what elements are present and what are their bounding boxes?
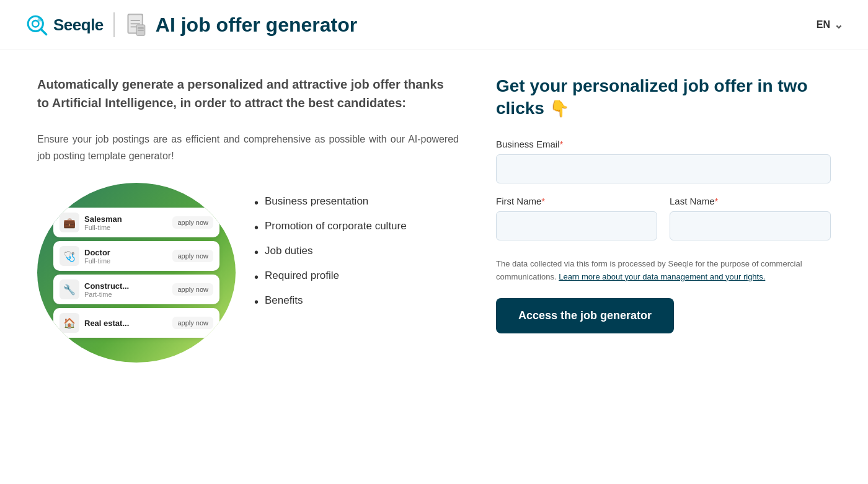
email-form-group: Business Email*: [496, 139, 831, 183]
language-selector[interactable]: EN ⌄: [817, 18, 843, 32]
job-type-doctor: Full-time: [84, 257, 110, 265]
first-name-form-group: First Name*: [496, 196, 657, 240]
construct-icon: 🔧: [60, 279, 79, 299]
feature-label-1: Business presentation: [265, 195, 368, 208]
svg-point-1: [32, 20, 38, 27]
apply-btn-construct[interactable]: apply now: [172, 283, 213, 296]
lang-text: EN: [817, 19, 830, 30]
feature-item-3: Job duties: [254, 245, 407, 260]
heading-line2: clicks: [496, 99, 544, 118]
heading-emoji: 👇: [549, 99, 569, 118]
document-icon: [125, 13, 148, 37]
last-name-input[interactable]: [670, 211, 831, 240]
chevron-down-icon: ⌄: [834, 18, 843, 32]
feature-label-3: Job duties: [265, 245, 313, 257]
salesman-icon: 💼: [60, 213, 79, 232]
hero-text: Automatically generate a personalized an…: [37, 75, 459, 112]
left-column: Automatically generate a personalized an…: [37, 75, 459, 434]
privacy-link[interactable]: Learn more about your data management an…: [559, 272, 765, 281]
svg-line-2: [41, 29, 46, 35]
job-type-construct: Part-time: [84, 291, 129, 298]
job-card-doctor: 🩺 Doctor Full-time apply now: [53, 241, 219, 271]
job-card-realestate: 🏠 Real estat... apply now: [53, 308, 219, 338]
submit-button[interactable]: Access the job generator: [496, 298, 674, 333]
doctor-icon: 🩺: [60, 246, 79, 266]
job-title-salesman: Salesman: [84, 214, 122, 224]
first-name-label: First Name*: [496, 196, 657, 206]
feature-label-2: Promotion of corporate culture: [265, 220, 407, 232]
job-title-construct: Construct...: [84, 281, 129, 291]
first-name-input[interactable]: [496, 211, 657, 240]
feature-item-2: Promotion of corporate culture: [254, 220, 407, 235]
last-name-required-marker: *: [715, 196, 719, 206]
features-list: Business presentation Promotion of corpo…: [254, 195, 407, 319]
last-name-form-group: Last Name*: [670, 196, 831, 240]
job-title-realestate: Real estat...: [84, 319, 129, 328]
header-divider: [113, 12, 115, 37]
apply-btn-salesman[interactable]: apply now: [172, 216, 213, 229]
name-row: First Name* Last Name*: [496, 196, 831, 253]
email-required-marker: *: [560, 139, 564, 149]
logo-text: Seeqle: [53, 15, 104, 35]
apply-btn-realestate[interactable]: apply now: [172, 317, 213, 329]
job-card-salesman: 💼 Salesman Full-time apply now: [53, 208, 219, 237]
sub-text: Ensure your job postings are as efficien…: [37, 131, 459, 164]
illustration-area: 💼 Salesman Full-time apply now 🩺: [37, 183, 459, 363]
form-heading: Get your personalized job offer in two c…: [496, 75, 831, 120]
job-type-salesman: Full-time: [84, 224, 122, 231]
job-card-construct: 🔧 Construct... Part-time apply now: [53, 275, 219, 304]
email-input[interactable]: [496, 154, 831, 183]
logo-area: Seeqle: [25, 13, 104, 37]
job-title-doctor: Doctor: [84, 248, 110, 257]
job-cards-inner: 💼 Salesman Full-time apply now 🩺: [47, 201, 226, 344]
heading-line1: Get your personalized job offer in two: [496, 76, 807, 95]
svg-point-3: [38, 17, 42, 22]
last-name-label: Last Name*: [670, 196, 831, 206]
main-content: Automatically generate a personalized an…: [0, 50, 868, 459]
feature-item-4: Required profile: [254, 270, 407, 284]
first-name-required-marker: *: [541, 196, 545, 206]
job-cards-illustration: 💼 Salesman Full-time apply now 🩺: [37, 183, 236, 363]
privacy-text: The data collected via this form is proc…: [496, 258, 831, 284]
apply-btn-doctor[interactable]: apply now: [172, 250, 213, 262]
feature-item-1: Business presentation: [254, 195, 407, 210]
page-title: AI job offer generator: [156, 14, 357, 37]
header: Seeqle AI job offer generator EN ⌄: [0, 0, 868, 50]
email-label: Business Email*: [496, 139, 831, 149]
realestate-icon: 🏠: [60, 313, 79, 333]
right-column: Get your personalized job offer in two c…: [496, 75, 831, 434]
seeqle-logo-icon: [25, 13, 48, 37]
feature-label-5: Benefits: [265, 294, 303, 307]
feature-item-5: Benefits: [254, 294, 407, 309]
feature-label-4: Required profile: [265, 270, 339, 282]
